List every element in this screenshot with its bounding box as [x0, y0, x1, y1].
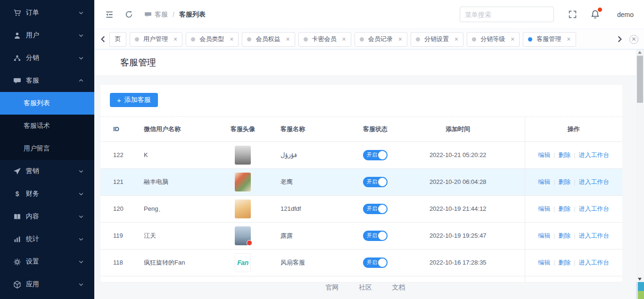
- sidebar-item-label: 内容: [26, 212, 78, 221]
- footer-link-official-site[interactable]: 官网: [326, 283, 339, 291]
- fullscreen-icon[interactable]: [568, 10, 577, 19]
- tab-user-management[interactable]: 用户管理×: [130, 32, 182, 47]
- sidebar-item-apps[interactable]: 应用: [0, 273, 94, 296]
- footer-link-docs[interactable]: 文档: [392, 283, 405, 291]
- action-separator: |: [574, 179, 575, 185]
- tab-card-member[interactable]: 卡密会员×: [298, 32, 351, 47]
- close-all-tabs-icon[interactable]: ✕: [629, 35, 638, 44]
- footer-link-community[interactable]: 社区: [359, 283, 372, 291]
- edit-link[interactable]: 编辑: [538, 205, 550, 212]
- flag-badge: [247, 240, 252, 246]
- delete-link[interactable]: 删除: [558, 178, 570, 185]
- menu-search-input[interactable]: [460, 7, 554, 22]
- sidebar-item-customer-service[interactable]: 客服: [0, 69, 94, 92]
- delete-link[interactable]: 删除: [558, 232, 570, 239]
- sidebar-submenu: 客服列表 客服话术 用户留言: [0, 92, 94, 160]
- toggle-knob: [378, 205, 387, 213]
- cell-wechat-name: K: [144, 141, 215, 168]
- status-toggle[interactable]: 开启: [363, 150, 388, 160]
- edit-link[interactable]: 编辑: [538, 259, 550, 266]
- cell-id: 118: [100, 249, 144, 276]
- enter-workbench-link[interactable]: 进入工作台: [578, 151, 609, 158]
- delete-link[interactable]: 删除: [558, 205, 570, 212]
- tab-member-type[interactable]: 会员类型×: [186, 32, 239, 47]
- tab-close-icon[interactable]: ×: [454, 36, 458, 42]
- tab-close-icon[interactable]: ×: [342, 36, 346, 42]
- scroll-down-arrow-icon[interactable]: [638, 278, 642, 281]
- sidebar-item-user-messages[interactable]: 用户留言: [0, 137, 94, 160]
- enter-workbench-link[interactable]: 进入工作台: [578, 178, 609, 185]
- notifications-bell[interactable]: [590, 9, 600, 19]
- status-toggle-label: 开启: [367, 259, 377, 266]
- cell-avatar: Fan: [215, 249, 271, 276]
- delete-link[interactable]: 删除: [558, 259, 570, 266]
- tab-bar-right-controls: ✕: [615, 35, 641, 44]
- refresh-icon[interactable]: [124, 10, 134, 19]
- sidebar-item-statistics[interactable]: 统计: [0, 228, 94, 250]
- tabs-scroll-left-icon[interactable]: [99, 35, 107, 43]
- vertical-scrollbar[interactable]: [636, 50, 644, 282]
- dollar-icon: $: [13, 190, 21, 198]
- book-icon: [13, 213, 21, 221]
- tab-label: 分销等级: [480, 35, 505, 43]
- cell-id: 119: [100, 222, 144, 249]
- notification-dot: [598, 8, 602, 12]
- tab-label: 会员权益: [256, 35, 280, 43]
- tab-close-icon[interactable]: ×: [567, 36, 570, 42]
- chat-bubble-icon: [144, 11, 152, 18]
- enter-workbench-link[interactable]: 进入工作台: [578, 232, 609, 239]
- sidebar-item-users[interactable]: 用户: [0, 24, 94, 47]
- tab-service-management[interactable]: 客服管理×: [523, 32, 576, 47]
- user-icon: [13, 32, 21, 40]
- edit-link[interactable]: 编辑: [538, 232, 550, 239]
- cell-wechat-name: Peng、: [144, 195, 215, 222]
- tab-member-records[interactable]: 会员记录×: [355, 32, 407, 47]
- enter-workbench-link[interactable]: 进入工作台: [578, 259, 609, 266]
- chevron-down-icon: [78, 259, 84, 265]
- sidebar-item-settings[interactable]: 设置: [0, 250, 94, 273]
- table-header-row: ID 微信用户名称 客服头像 客服名称 客服状态 添加时间 操作: [100, 117, 622, 141]
- tab-close-icon[interactable]: ×: [511, 36, 514, 42]
- service-avatar: [235, 199, 251, 218]
- edit-link[interactable]: 编辑: [538, 151, 550, 158]
- tab-distribution-levels[interactable]: 分销等级×: [467, 32, 520, 47]
- sidebar-item-finance[interactable]: $ 财务: [0, 183, 94, 205]
- delete-link[interactable]: 删除: [558, 151, 570, 158]
- scroll-up-arrow-icon[interactable]: [638, 51, 642, 54]
- tab-dot: [360, 37, 364, 42]
- add-service-button[interactable]: + 添加客服: [110, 93, 158, 107]
- sidebar-item-service-list[interactable]: 客服列表: [0, 92, 94, 115]
- sidebar-item-content[interactable]: 内容: [0, 205, 94, 228]
- sidebar-item-label: 用户: [26, 31, 78, 40]
- tab-close-icon[interactable]: ×: [230, 36, 233, 42]
- tab-close-icon[interactable]: ×: [398, 36, 402, 42]
- bar-chart-icon: [13, 235, 21, 243]
- tab-member-rights[interactable]: 会员权益×: [242, 32, 295, 47]
- enter-workbench-link[interactable]: 进入工作台: [578, 205, 609, 212]
- status-toggle[interactable]: 开启: [363, 231, 388, 241]
- cell-added-time: 2022-10-16 17:28:35: [391, 249, 525, 276]
- tab-distribution-settings[interactable]: 分销设置×: [411, 32, 463, 47]
- cell-avatar: [215, 195, 271, 222]
- status-toggle[interactable]: 开启: [363, 257, 388, 268]
- sidebar-item-distribution[interactable]: 分销: [0, 47, 94, 69]
- sidebar-item-service-scripts[interactable]: 客服话术: [0, 115, 94, 137]
- chevron-down-icon: [78, 10, 84, 16]
- status-toggle[interactable]: 开启: [363, 177, 388, 187]
- cube-icon: [13, 281, 21, 289]
- sidebar-item-marketing[interactable]: 营销: [0, 160, 94, 183]
- toggle-knob: [378, 232, 387, 240]
- scrollbar-thumb[interactable]: [637, 56, 643, 103]
- breadcrumb-section[interactable]: 客服: [155, 10, 168, 19]
- tab-close-icon[interactable]: ×: [173, 36, 177, 42]
- sidebar-item-orders[interactable]: 订单: [0, 1, 94, 24]
- status-toggle[interactable]: 开启: [363, 204, 388, 214]
- edit-link[interactable]: 编辑: [538, 178, 550, 185]
- tab-close-icon[interactable]: ×: [286, 36, 289, 42]
- cell-added-time: 2022-10-19 21:44:12: [391, 195, 525, 222]
- table-row: 119 江天 露露 开启 2022-10-19 19:25:47 编辑|删除|进…: [100, 222, 622, 249]
- tab-home-partial[interactable]: 页: [109, 32, 126, 47]
- collapse-sidebar-icon[interactable]: [105, 10, 114, 19]
- user-menu[interactable]: demo: [617, 11, 634, 18]
- tabs-scroll-right-icon[interactable]: [615, 35, 624, 43]
